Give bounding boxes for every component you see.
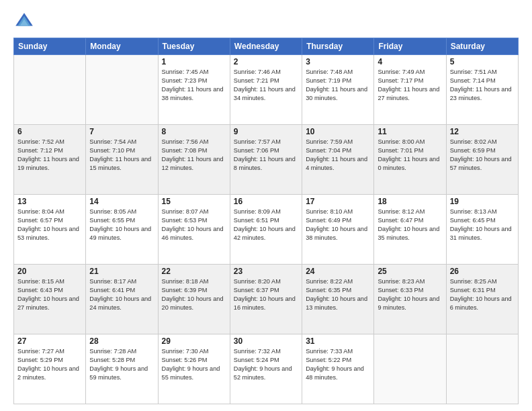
- week-row-5: 27Sunrise: 7:27 AMSunset: 5:29 PMDayligh…: [14, 334, 519, 404]
- day-detail: Sunrise: 8:17 AMSunset: 6:41 PMDaylight:…: [89, 277, 154, 312]
- week-row-3: 13Sunrise: 8:04 AMSunset: 6:57 PMDayligh…: [14, 195, 519, 265]
- calendar-cell: 20Sunrise: 8:15 AMSunset: 6:43 PMDayligh…: [14, 265, 86, 334]
- calendar-cell: 16Sunrise: 8:09 AMSunset: 6:51 PMDayligh…: [230, 195, 302, 265]
- calendar-cell: 4Sunrise: 7:49 AMSunset: 7:17 PMDaylight…: [374, 55, 446, 125]
- weekday-monday: Monday: [86, 38, 158, 55]
- calendar-cell: 7Sunrise: 7:54 AMSunset: 7:10 PMDaylight…: [86, 125, 158, 195]
- calendar-cell: 25Sunrise: 8:23 AMSunset: 6:33 PMDayligh…: [374, 265, 446, 334]
- weekday-friday: Friday: [374, 38, 446, 55]
- weekday-thursday: Thursday: [302, 38, 374, 55]
- day-detail: Sunrise: 7:49 AMSunset: 7:17 PMDaylight:…: [378, 68, 442, 103]
- day-detail: Sunrise: 7:27 AMSunset: 5:29 PMDaylight:…: [17, 347, 82, 382]
- day-number: 24: [306, 267, 370, 276]
- week-row-1: 1Sunrise: 7:45 AMSunset: 7:23 PMDaylight…: [14, 55, 519, 125]
- day-number: 3: [306, 57, 370, 66]
- day-number: 9: [234, 127, 298, 136]
- calendar-cell: 19Sunrise: 8:13 AMSunset: 6:45 PMDayligh…: [446, 195, 518, 265]
- day-number: 8: [162, 127, 226, 136]
- day-number: 29: [162, 336, 226, 346]
- calendar-cell: 13Sunrise: 8:04 AMSunset: 6:57 PMDayligh…: [14, 195, 86, 265]
- day-detail: Sunrise: 7:32 AMSunset: 5:24 PMDaylight:…: [234, 347, 298, 382]
- day-number: 22: [162, 267, 226, 276]
- day-number: 15: [162, 197, 226, 206]
- day-detail: Sunrise: 8:00 AMSunset: 7:01 PMDaylight:…: [378, 138, 442, 173]
- calendar-cell: 24Sunrise: 8:22 AMSunset: 6:35 PMDayligh…: [302, 265, 374, 334]
- day-number: 28: [89, 336, 154, 346]
- day-detail: Sunrise: 8:07 AMSunset: 6:53 PMDaylight:…: [162, 208, 226, 242]
- day-number: 30: [234, 336, 298, 346]
- week-row-2: 6Sunrise: 7:52 AMSunset: 7:12 PMDaylight…: [14, 125, 519, 195]
- day-detail: Sunrise: 8:18 AMSunset: 6:39 PMDaylight:…: [162, 277, 226, 312]
- calendar-cell: 30Sunrise: 7:32 AMSunset: 5:24 PMDayligh…: [230, 334, 302, 404]
- logo-icon: [13, 11, 35, 32]
- day-detail: Sunrise: 7:48 AMSunset: 7:19 PMDaylight:…: [306, 68, 370, 103]
- weekday-header-row: SundayMondayTuesdayWednesdayThursdayFrid…: [14, 38, 519, 55]
- day-number: 23: [234, 267, 298, 276]
- day-detail: Sunrise: 8:23 AMSunset: 6:33 PMDaylight:…: [378, 277, 442, 312]
- calendar-cell: 31Sunrise: 7:33 AMSunset: 5:22 PMDayligh…: [302, 334, 374, 404]
- day-number: 18: [378, 197, 442, 206]
- day-detail: Sunrise: 7:52 AMSunset: 7:12 PMDaylight:…: [17, 138, 82, 173]
- weekday-sunday: Sunday: [14, 38, 86, 55]
- day-number: 7: [89, 127, 154, 136]
- calendar-cell: 6Sunrise: 7:52 AMSunset: 7:12 PMDaylight…: [14, 125, 86, 195]
- day-number: 16: [234, 197, 298, 206]
- calendar-table: SundayMondayTuesdayWednesdayThursdayFrid…: [13, 38, 519, 404]
- day-detail: Sunrise: 8:22 AMSunset: 6:35 PMDaylight:…: [306, 277, 370, 312]
- day-detail: Sunrise: 8:25 AMSunset: 6:31 PMDaylight:…: [450, 277, 515, 312]
- day-detail: Sunrise: 8:02 AMSunset: 6:59 PMDaylight:…: [450, 138, 515, 173]
- day-detail: Sunrise: 7:30 AMSunset: 5:26 PMDaylight:…: [162, 347, 226, 382]
- day-number: 31: [306, 336, 370, 346]
- weekday-wednesday: Wednesday: [230, 38, 302, 55]
- calendar-cell: [374, 334, 446, 404]
- day-number: 19: [450, 197, 515, 206]
- day-number: 4: [378, 57, 442, 66]
- calendar-cell: [446, 334, 518, 404]
- week-row-4: 20Sunrise: 8:15 AMSunset: 6:43 PMDayligh…: [14, 265, 519, 334]
- logo: [13, 11, 38, 32]
- calendar-cell: 27Sunrise: 7:27 AMSunset: 5:29 PMDayligh…: [14, 334, 86, 404]
- day-detail: Sunrise: 7:28 AMSunset: 5:28 PMDaylight:…: [89, 347, 154, 382]
- calendar-cell: 10Sunrise: 7:59 AMSunset: 7:04 PMDayligh…: [302, 125, 374, 195]
- day-number: 1: [162, 57, 226, 66]
- day-detail: Sunrise: 7:33 AMSunset: 5:22 PMDaylight:…: [306, 347, 370, 382]
- calendar-cell: 1Sunrise: 7:45 AMSunset: 7:23 PMDaylight…: [158, 55, 230, 125]
- calendar-cell: 9Sunrise: 7:57 AMSunset: 7:06 PMDaylight…: [230, 125, 302, 195]
- day-detail: Sunrise: 7:51 AMSunset: 7:14 PMDaylight:…: [450, 68, 515, 103]
- day-detail: Sunrise: 8:10 AMSunset: 6:49 PMDaylight:…: [306, 208, 370, 242]
- day-number: 5: [450, 57, 515, 66]
- header: [13, 11, 519, 32]
- day-number: 25: [378, 267, 442, 276]
- day-detail: Sunrise: 7:45 AMSunset: 7:23 PMDaylight:…: [162, 68, 226, 103]
- calendar-cell: 29Sunrise: 7:30 AMSunset: 5:26 PMDayligh…: [158, 334, 230, 404]
- page: SundayMondayTuesdayWednesdayThursdayFrid…: [0, 0, 532, 411]
- day-number: 17: [306, 197, 370, 206]
- weekday-tuesday: Tuesday: [158, 38, 230, 55]
- calendar-cell: 23Sunrise: 8:20 AMSunset: 6:37 PMDayligh…: [230, 265, 302, 334]
- calendar-cell: 5Sunrise: 7:51 AMSunset: 7:14 PMDaylight…: [446, 55, 518, 125]
- day-number: 14: [89, 197, 154, 206]
- day-detail: Sunrise: 8:09 AMSunset: 6:51 PMDaylight:…: [234, 208, 298, 242]
- day-detail: Sunrise: 7:54 AMSunset: 7:10 PMDaylight:…: [89, 138, 154, 173]
- calendar-cell: 11Sunrise: 8:00 AMSunset: 7:01 PMDayligh…: [374, 125, 446, 195]
- calendar-cell: 2Sunrise: 7:46 AMSunset: 7:21 PMDaylight…: [230, 55, 302, 125]
- day-number: 20: [17, 267, 82, 276]
- calendar-cell: 14Sunrise: 8:05 AMSunset: 6:55 PMDayligh…: [86, 195, 158, 265]
- day-number: 26: [450, 267, 515, 276]
- calendar-cell: 21Sunrise: 8:17 AMSunset: 6:41 PMDayligh…: [86, 265, 158, 334]
- day-detail: Sunrise: 7:56 AMSunset: 7:08 PMDaylight:…: [162, 138, 226, 173]
- calendar-cell: 26Sunrise: 8:25 AMSunset: 6:31 PMDayligh…: [446, 265, 518, 334]
- calendar-cell: 22Sunrise: 8:18 AMSunset: 6:39 PMDayligh…: [158, 265, 230, 334]
- day-number: 6: [17, 127, 82, 136]
- calendar-cell: [86, 55, 158, 125]
- day-detail: Sunrise: 7:59 AMSunset: 7:04 PMDaylight:…: [306, 138, 370, 173]
- day-number: 21: [89, 267, 154, 276]
- day-number: 12: [450, 127, 515, 136]
- day-detail: Sunrise: 8:15 AMSunset: 6:43 PMDaylight:…: [17, 277, 82, 312]
- day-number: 13: [17, 197, 82, 206]
- day-number: 2: [234, 57, 298, 66]
- calendar-cell: 28Sunrise: 7:28 AMSunset: 5:28 PMDayligh…: [86, 334, 158, 404]
- day-detail: Sunrise: 8:12 AMSunset: 6:47 PMDaylight:…: [378, 208, 442, 242]
- calendar-cell: 17Sunrise: 8:10 AMSunset: 6:49 PMDayligh…: [302, 195, 374, 265]
- calendar-cell: 3Sunrise: 7:48 AMSunset: 7:19 PMDaylight…: [302, 55, 374, 125]
